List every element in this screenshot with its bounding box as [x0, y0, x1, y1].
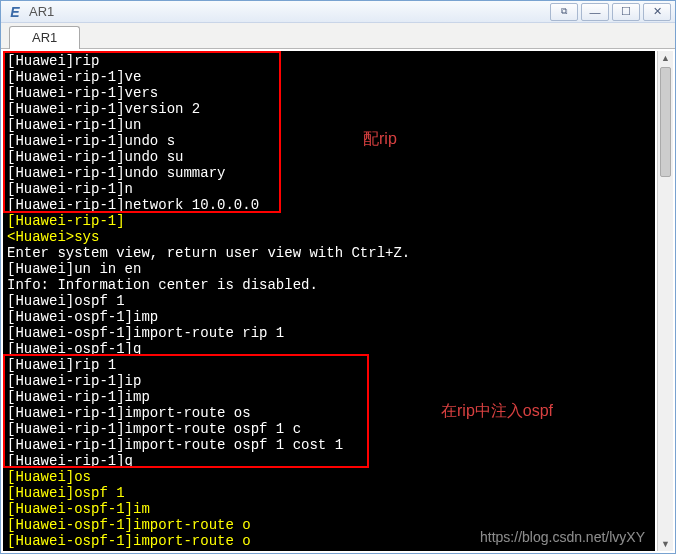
terminal-line: [Huawei-rip-1]import-route ospf 1 cost 1	[7, 437, 651, 453]
terminal-wrap: [Huawei]rip[Huawei-rip-1]ve[Huawei-rip-1…	[1, 49, 675, 553]
terminal-line: [Huawei]ospf 1	[7, 485, 651, 501]
tab-ar1[interactable]: AR1	[9, 26, 80, 49]
terminal-line: [Huawei-rip-1]undo summary	[7, 165, 651, 181]
scroll-thumb[interactable]	[660, 67, 671, 177]
vertical-scrollbar[interactable]: ▲ ▼	[657, 51, 673, 551]
terminal-line: [Huawei-ospf-1]q	[7, 341, 651, 357]
terminal-line: [Huawei-rip-1]import-route ospf 1 c	[7, 421, 651, 437]
watermark: https://blog.csdn.net/lvyXY	[480, 529, 645, 545]
terminal-line: [Huawei-ospf-1]imp	[7, 309, 651, 325]
terminal-line: [Huawei-rip-1]ve	[7, 69, 651, 85]
maximize-button[interactable]: ☐	[612, 3, 640, 21]
terminal-line: Enter system view, return user view with…	[7, 245, 651, 261]
scroll-down-arrow[interactable]: ▼	[658, 537, 673, 551]
terminal-line: [Huawei-rip-1]version 2	[7, 101, 651, 117]
minimize-button[interactable]: —	[581, 3, 609, 21]
terminal-line: [Huawei-rip-1]	[7, 213, 651, 229]
terminal-line: [Huawei-rip-1]q	[7, 453, 651, 469]
terminal[interactable]: [Huawei]rip[Huawei-rip-1]ve[Huawei-rip-1…	[3, 51, 655, 551]
terminal-line: [Huawei-rip-1]undo su	[7, 149, 651, 165]
terminal-line: [Huawei]ospf 1	[7, 293, 651, 309]
tab-strip: AR1	[1, 23, 675, 49]
terminal-line: [Huawei-rip-1]n	[7, 181, 651, 197]
terminal-line: [Huawei]un in en	[7, 261, 651, 277]
terminal-line: [Huawei]rip 1	[7, 357, 651, 373]
scroll-up-arrow[interactable]: ▲	[658, 51, 673, 65]
app-icon: E	[7, 4, 23, 20]
terminal-line: [Huawei]rip	[7, 53, 651, 69]
titlebar: E AR1 ⧉ — ☐ ✕	[1, 1, 675, 23]
terminal-line: [Huawei-ospf-1]im	[7, 501, 651, 517]
annotation-1: 配rip	[363, 131, 397, 147]
terminal-line: [Huawei-rip-1]vers	[7, 85, 651, 101]
terminal-line: [Huawei]os	[7, 469, 651, 485]
close-button[interactable]: ✕	[643, 3, 671, 21]
terminal-line: [Huawei-rip-1]imp	[7, 389, 651, 405]
restore-down-button[interactable]: ⧉	[550, 3, 578, 21]
terminal-line: [Huawei-rip-1]import-route os	[7, 405, 651, 421]
terminal-line: <Huawei>sys	[7, 229, 651, 245]
app-window: E AR1 ⧉ — ☐ ✕ AR1 [Huawei]rip[Huawei-rip…	[0, 0, 676, 554]
annotation-2: 在rip中注入ospf	[441, 403, 553, 419]
terminal-line: [Huawei-rip-1]undo s	[7, 133, 651, 149]
terminal-line: [Huawei-ospf-1]import-route rip 1	[7, 325, 651, 341]
terminal-line: Info: Information center is disabled.	[7, 277, 651, 293]
terminal-line: [Huawei-rip-1]un	[7, 117, 651, 133]
window-buttons: ⧉ — ☐ ✕	[550, 3, 671, 21]
terminal-line: [Huawei-rip-1]ip	[7, 373, 651, 389]
window-title: AR1	[29, 4, 550, 19]
terminal-line: [Huawei-rip-1]network 10.0.0.0	[7, 197, 651, 213]
